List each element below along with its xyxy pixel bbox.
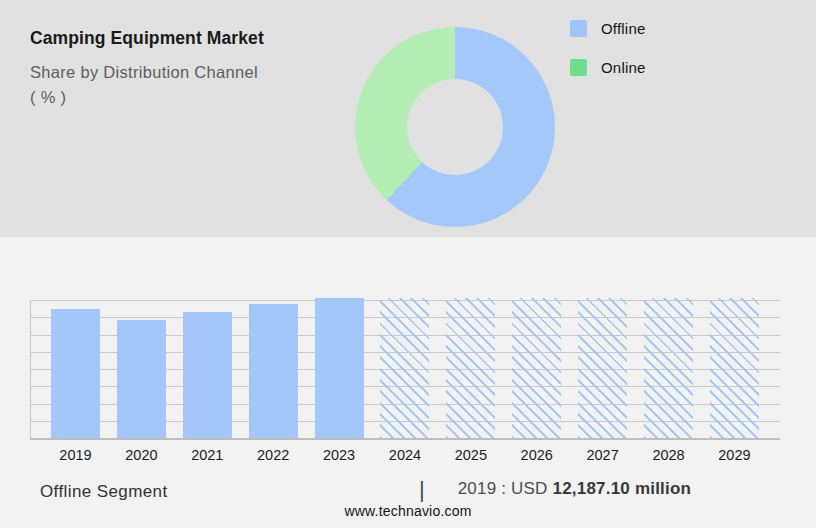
bar-2024	[380, 298, 429, 438]
legend-label-offline: Offline	[601, 20, 645, 37]
bar-2025	[446, 298, 495, 438]
bar-slot-2024: 2024	[380, 298, 429, 438]
year-label-2022: 2022	[239, 447, 308, 463]
bar-slot-2028: 2028	[644, 298, 693, 438]
title-block: Camping Equipment Market Share by Distri…	[30, 28, 350, 110]
bar-slot-2020: 2020	[117, 298, 166, 438]
footer-segment-label: Offline Segment	[40, 482, 168, 502]
legend-label-online: Online	[601, 59, 646, 76]
footer-separator: |	[419, 479, 425, 501]
bars-row: 2019202020212022202320242025202620272028…	[51, 298, 759, 438]
donut-legend: Offline Online	[570, 18, 646, 96]
bar-2022	[249, 304, 298, 438]
year-label-2019: 2019	[41, 447, 110, 463]
bar-2027	[578, 298, 627, 438]
percent-unit-label: ( % )	[30, 85, 350, 110]
bar-2020	[117, 320, 166, 438]
header-panel: Camping Equipment Market Share by Distri…	[0, 0, 816, 237]
bar-2026	[512, 298, 561, 438]
footer-value-bold: 12,187.10 million	[553, 479, 692, 498]
bar-2019	[51, 309, 100, 438]
legend-item-online: Online	[570, 57, 646, 77]
year-label-2028: 2028	[634, 447, 703, 463]
bar-slot-2029: 2029	[710, 298, 759, 438]
donut-chart	[355, 27, 555, 227]
legend-item-offline: Offline	[570, 18, 646, 38]
legend-swatch-online	[570, 59, 587, 76]
year-label-2029: 2029	[700, 447, 769, 463]
footer-value: 2019 : USD 12,187.10 million	[458, 479, 691, 499]
bar-slot-2023: 2023	[315, 298, 364, 438]
bar-slot-2026: 2026	[512, 298, 561, 438]
footer-value-row: | 2019 : USD 12,187.10 million	[419, 479, 691, 501]
bar-chart-plot-area: 2019202020212022202320242025202620272028…	[30, 300, 780, 440]
page-title: Camping Equipment Market	[30, 28, 350, 49]
year-label-2026: 2026	[502, 447, 571, 463]
page-subtitle: Share by Distribution Channel	[30, 60, 350, 85]
bar-2021	[183, 312, 232, 438]
bar-2023	[315, 298, 364, 438]
bar-slot-2025: 2025	[446, 298, 495, 438]
footer-value-prefix: 2019 : USD	[458, 479, 548, 498]
year-label-2021: 2021	[173, 447, 242, 463]
website-url: www.technavio.com	[0, 503, 816, 519]
year-label-2020: 2020	[107, 447, 176, 463]
bar-slot-2021: 2021	[183, 298, 232, 438]
bar-2029	[710, 298, 759, 438]
year-label-2024: 2024	[370, 447, 439, 463]
bar-2028	[644, 298, 693, 438]
legend-swatch-offline	[570, 20, 587, 37]
year-label-2027: 2027	[568, 447, 637, 463]
donut-hole	[407, 79, 503, 175]
bar-slot-2022: 2022	[249, 298, 298, 438]
year-label-2023: 2023	[305, 447, 374, 463]
bar-slot-2019: 2019	[51, 298, 100, 438]
bar-slot-2027: 2027	[578, 298, 627, 438]
year-label-2025: 2025	[436, 447, 505, 463]
